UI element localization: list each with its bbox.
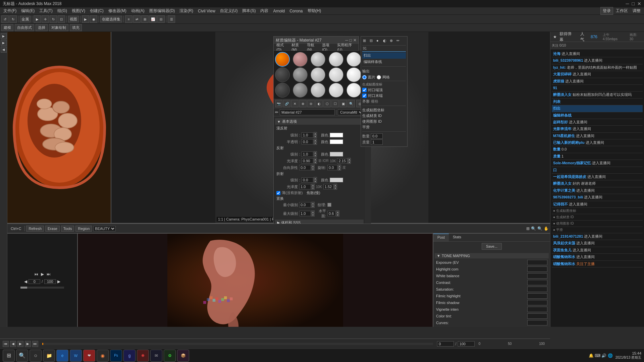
mat-sphere-9[interactable] [329,67,343,82]
total-frames[interactable] [44,279,56,284]
qty-input[interactable] [371,133,383,139]
timeline-scroll[interactable] [20,287,64,289]
create-button[interactable]: 创建选择集 [100,16,122,22]
mat-sphere-15[interactable] [346,83,361,98]
refract-level-input[interactable] [302,177,313,183]
volume-sss-header[interactable]: ▶ 体积和 SSS [275,220,364,224]
highlight-input[interactable] [527,266,547,272]
arrow-up[interactable]: ▲ [314,177,317,180]
next-frame[interactable]: ▶ [57,279,60,284]
zoom-in-button[interactable]: 🔍 [531,226,536,231]
save-render-button[interactable]: Save... [482,243,502,250]
arrow-up[interactable]: ▲ [311,210,315,214]
search-button[interactable]: 🔍 [16,350,28,362]
saturation-input[interactable] [527,287,547,292]
app8-button[interactable]: ⚙ [164,350,176,362]
mat-type-select[interactable]: CoronaMtl [338,109,364,115]
out-tool-1[interactable]: ⊞ [363,39,368,44]
reflect-level-input[interactable] [302,152,313,157]
arrow-up[interactable]: ▲ [338,165,341,168]
current-frame[interactable] [29,279,40,284]
timeline-total-input[interactable] [458,341,475,347]
app7-button[interactable]: ✉ [150,350,162,362]
tab-post[interactable]: Post [433,234,449,241]
arrow-up[interactable]: ▲ [314,139,317,142]
move-tool[interactable]: ✛ [42,15,49,23]
out-tool-2[interactable]: ⊟ [370,39,375,44]
displace-max-input[interactable] [299,211,311,216]
arrow-up[interactable]: ▲ [314,151,317,154]
menu-graph-editor[interactable]: 图形编辑器(D) [147,7,177,14]
play-forward[interactable]: ⏭ [47,272,51,277]
menu-animation[interactable]: 动画(A) [129,7,147,14]
render-type-select[interactable]: BEAUTY [93,226,116,231]
list-item-bianji[interactable]: 编辑样条线 [362,59,406,65]
menu-file[interactable]: 文件(F) [1,7,18,14]
render-button[interactable]: ▶ [82,15,89,23]
maximize-button[interactable]: □ [632,1,635,6]
settings-button[interactable]: 调整 [631,7,643,14]
timeline-frame-input[interactable] [437,341,454,347]
menu-edit[interactable]: 编辑(E) [19,7,37,14]
pan-button[interactable]: ✋ [544,226,549,231]
login-button[interactable]: 登录 [600,7,613,15]
material-button[interactable]: ◉ [90,15,97,23]
arrow-down[interactable]: ▼ [334,187,337,190]
mat-name-input[interactable] [280,109,335,115]
mirror-button[interactable]: ⇌ [133,15,141,23]
schematic[interactable]: ⊟ [157,15,165,23]
app9-button[interactable]: 📦 [177,350,189,362]
refract-gloss-input[interactable] [299,184,311,189]
mat-sphere-12[interactable] [293,83,308,98]
timeline-track[interactable] [42,343,433,345]
sidebar-btn-3[interactable]: ◀ [1,47,7,53]
toolbar2-fill[interactable]: 填充 [70,24,82,31]
gloss-input[interactable] [302,158,313,164]
translucent-input[interactable] [302,139,313,144]
mat-tool-1[interactable]: 📷 [275,100,282,107]
arrow-up[interactable]: ▲ [347,158,351,161]
cap-bottom-check[interactable] [362,94,367,98]
tab-stats[interactable]: Stats [449,234,465,241]
erase-button[interactable]: Erase [45,226,60,232]
region-button[interactable]: Region [75,226,92,232]
zoom-fit-button[interactable]: ⊞ [526,226,530,231]
tone-mapping-header[interactable]: ▼ TONE MAPPING [435,253,549,258]
displace-min-input[interactable] [299,202,311,207]
translucent-color-swatch[interactable] [330,139,343,144]
filmic-highlight-input[interactable] [527,293,547,299]
horizontal-input[interactable] [327,211,336,216]
toolbar2-modeling[interactable]: 建模 [1,24,13,31]
arrow-up[interactable]: ▲ [311,165,315,168]
arrow-down[interactable]: ▼ [336,214,339,217]
toolbar2-selection[interactable]: 选择 [36,24,48,31]
scale-tool[interactable]: ⊡ [58,15,65,23]
mat-tool-7[interactable]: ⬡ [323,100,331,107]
white-balance-input[interactable] [527,273,547,279]
toolbar2-freeform[interactable]: 自由形式 [15,24,34,31]
play-button[interactable]: ▶ [41,272,44,277]
mat-sphere-13[interactable] [311,83,325,98]
mat-sphere-6[interactable] [275,67,290,82]
radio-patch[interactable] [362,75,367,79]
photoshop-button[interactable]: Ps [110,350,122,362]
arrow-down[interactable]: ▼ [314,180,317,183]
tl-prev-btn[interactable]: ◀ [10,341,16,347]
mat-sphere-11[interactable] [275,83,290,98]
mat-tool-3[interactable]: ✕ [291,100,299,107]
arrow-up[interactable]: ▲ [311,202,315,205]
sidebar-btn-2[interactable]: ▶ [1,40,7,46]
arrow-up[interactable]: ▲ [334,184,337,187]
arrow-up[interactable]: ▲ [314,158,317,161]
curves-input[interactable] [527,320,547,325]
redo-button[interactable]: ↻ [9,15,17,23]
arrow-down[interactable]: ▼ [347,161,351,164]
rotation-input[interactable] [327,165,337,170]
menu-help[interactable]: 帮助(H) [306,7,323,14]
arrow-down[interactable]: ▼ [311,205,315,208]
mat-sphere-10[interactable] [346,67,361,82]
refract-color-swatch[interactable] [330,178,343,182]
explorer-button[interactable]: 📁 [43,350,55,362]
mat-sphere-3[interactable] [311,52,325,67]
arrow-down[interactable]: ▼ [314,154,317,157]
